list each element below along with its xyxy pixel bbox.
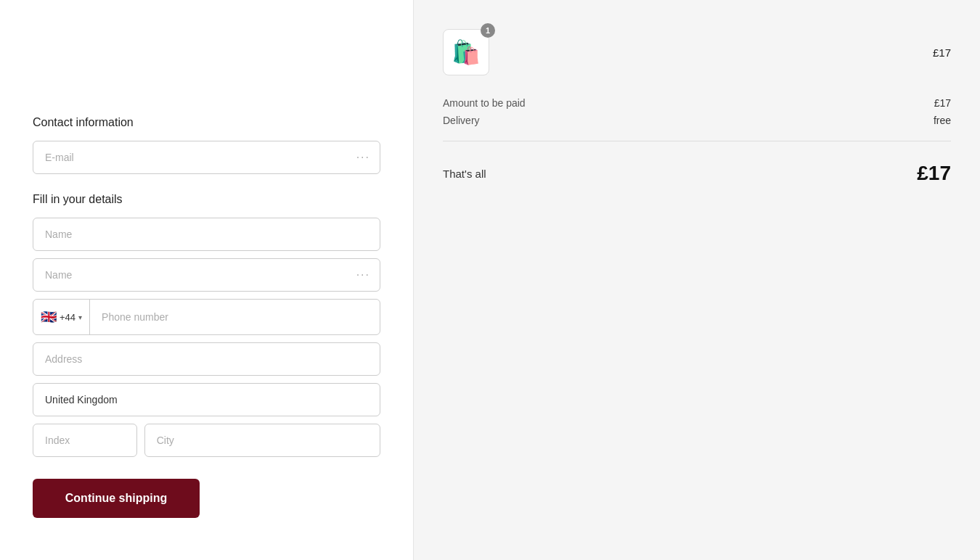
delivery-row: Delivery free <box>443 115 951 126</box>
summary-divider <box>443 141 951 141</box>
first-name-input[interactable] <box>33 218 380 251</box>
email-input[interactable] <box>33 141 380 174</box>
amount-value: £17 <box>934 97 951 109</box>
last-name-wrapper: ··· <box>33 258 380 292</box>
total-row: That's all £17 <box>443 162 951 185</box>
delivery-value: free <box>934 115 951 126</box>
total-label: That's all <box>443 168 486 180</box>
product-image: 🛍️ <box>443 29 489 75</box>
phone-input[interactable] <box>90 301 380 333</box>
index-city-row <box>33 424 380 457</box>
email-dots-icon: ··· <box>356 151 370 164</box>
city-input[interactable] <box>144 424 380 457</box>
phone-chevron-icon: ▾ <box>78 313 82 321</box>
product-emoji: 🛍️ <box>452 38 481 66</box>
address-input[interactable] <box>33 342 380 376</box>
country-wrapper <box>33 383 380 416</box>
phone-wrapper: 🇬🇧 +44 ▾ <box>33 299 380 335</box>
address-wrapper <box>33 342 380 376</box>
phone-country-code-text: +44 <box>60 312 75 323</box>
delivery-label: Delivery <box>443 115 480 126</box>
right-panel: 🛍️ 1 £17 Amount to be paid £17 Delivery … <box>414 0 980 560</box>
last-name-input[interactable] <box>33 258 380 292</box>
phone-country-selector[interactable]: 🇬🇧 +44 ▾ <box>33 300 90 334</box>
contact-section-title: Contact information <box>33 116 380 129</box>
product-image-wrapper: 🛍️ 1 <box>443 29 489 75</box>
product-badge: 1 <box>481 23 495 38</box>
amount-row: Amount to be paid £17 <box>443 97 951 109</box>
last-name-dots-icon: ··· <box>356 268 370 281</box>
email-wrapper: ··· <box>33 141 380 174</box>
amount-label: Amount to be paid <box>443 97 526 109</box>
first-name-wrapper <box>33 218 380 251</box>
product-row: 🛍️ 1 £17 <box>443 29 951 75</box>
uk-flag-icon: 🇬🇧 <box>41 310 57 324</box>
product-price: £17 <box>933 46 951 59</box>
country-input[interactable] <box>33 383 380 416</box>
index-input[interactable] <box>33 424 137 457</box>
fill-section-title: Fill in your details <box>33 193 380 206</box>
left-panel: Contact information ··· Fill in your det… <box>0 0 414 560</box>
continue-shipping-button[interactable]: Continue shipping <box>33 479 200 518</box>
total-value: £17 <box>917 162 951 185</box>
